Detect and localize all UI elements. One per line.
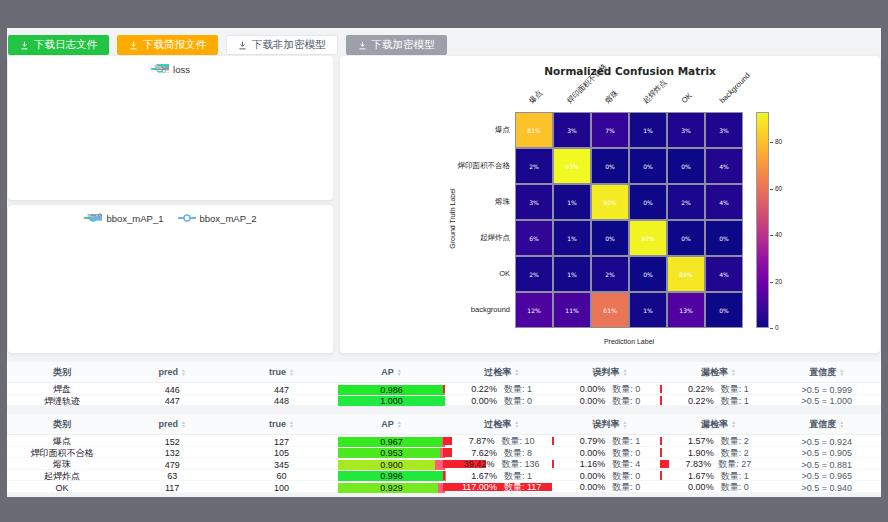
matrix-x-axis-label: Prediction Label bbox=[515, 338, 743, 345]
column-header-误判率[interactable]: 误判率▲▼ bbox=[556, 418, 664, 431]
download-icon bbox=[129, 41, 138, 50]
miss-rate-count: 数量: 1 bbox=[721, 395, 749, 408]
legend-bbox_mAP_1[interactable]: 00.20.40.60.81123456789101112bbox_mAP_1 bbox=[84, 213, 163, 224]
download-encrypted-model-button[interactable]: 下载加密模型 bbox=[346, 35, 447, 55]
matrix-cell-value: 3% bbox=[567, 127, 577, 134]
table-row: 焊盘4464470.9860.22%数量: 10.00%数量: 00.22%数量… bbox=[7, 383, 881, 395]
misjudge-rate-percent: 1.16% bbox=[580, 459, 606, 469]
column-header-置信度[interactable]: 置信度▲▼ bbox=[773, 418, 881, 431]
miss-rate-percent: 7.83% bbox=[686, 459, 712, 469]
loss-chart-card: 00.050.10.150.20.250.30.3512345678910111… bbox=[8, 56, 333, 200]
ap-value: 0.929 bbox=[338, 483, 446, 493]
button-label: 下载日志文件 bbox=[34, 38, 97, 52]
column-header-label: pred bbox=[158, 367, 178, 377]
matrix-cell: 1% bbox=[553, 220, 591, 256]
download-unencrypted-model-button[interactable]: 下载非加密模型 bbox=[226, 35, 338, 55]
matrix-cell-value: 1% bbox=[643, 307, 653, 314]
miss-rate-percent: 1.57% bbox=[688, 436, 714, 446]
true-cell: 448 bbox=[227, 395, 335, 408]
sort-icon[interactable]: ▲▼ bbox=[289, 368, 294, 376]
colorbar-tick-label: 60 bbox=[775, 185, 782, 192]
legend-marker-icon: 00.20.40.60.81123456789101112 bbox=[84, 213, 102, 223]
ap-value: 0.996 bbox=[338, 471, 446, 481]
column-header-类别: 类别 bbox=[7, 418, 117, 431]
matrix-y-axis-label: Ground Truth Label bbox=[449, 111, 456, 327]
matrix-cell-value: 0% bbox=[719, 235, 729, 242]
matrix-cell: 13% bbox=[667, 292, 705, 328]
metrics-table-1: 类别pred▲▼true▲▼AP▲▼过检率▲▼误判率▲▼漏检率▲▼置信度▲▼焊盘… bbox=[7, 362, 881, 406]
matrix-cell-value: 0% bbox=[681, 235, 691, 242]
colorbar-tick-label: 80 bbox=[775, 138, 782, 145]
matrix-cell-value: 92% bbox=[641, 235, 654, 242]
sort-icon[interactable]: ▲▼ bbox=[289, 420, 294, 428]
colorbar-tick bbox=[770, 235, 773, 236]
column-header-AP[interactable]: AP▲▼ bbox=[336, 367, 448, 377]
sort-icon[interactable]: ▲▼ bbox=[397, 420, 402, 428]
confidence-cell: >0.5 = 0.940 bbox=[773, 481, 881, 494]
misjudge-rate-bar bbox=[552, 460, 554, 469]
miss-rate-bar bbox=[660, 385, 662, 394]
column-header-过检率[interactable]: 过检率▲▼ bbox=[447, 418, 555, 431]
ap-cell: 1.000 bbox=[336, 395, 448, 408]
matrix-cell-value: 2% bbox=[605, 271, 615, 278]
sort-icon[interactable]: ▲▼ bbox=[731, 368, 736, 376]
class-name-cell: OK bbox=[7, 481, 117, 494]
column-header-label: true bbox=[269, 367, 286, 377]
ap-bar-track: 1.000 bbox=[338, 396, 446, 406]
colorbar-tick bbox=[770, 282, 773, 283]
sort-icon[interactable]: ▲▼ bbox=[514, 368, 519, 376]
matrix-cell: 4% bbox=[705, 148, 743, 184]
column-header-pred[interactable]: pred▲▼ bbox=[117, 367, 227, 377]
download-log-file-button[interactable]: 下载日志文件 bbox=[8, 35, 109, 55]
sort-icon[interactable]: ▲▼ bbox=[839, 368, 844, 376]
confidence-cell: >0.5 = 1.000 bbox=[773, 395, 881, 408]
table-header-row: 类别pred▲▼true▲▼AP▲▼过检率▲▼误判率▲▼漏检率▲▼置信度▲▼ bbox=[7, 414, 881, 435]
column-header-漏检率[interactable]: 漏检率▲▼ bbox=[664, 366, 772, 379]
matrix-colorbar bbox=[756, 112, 769, 328]
table-row: OK1171000.929117.00%数量: 1170.00%数量: 00.0… bbox=[7, 481, 881, 493]
column-header-label: AP bbox=[381, 367, 394, 377]
miss-rate-percent: 0.22% bbox=[688, 384, 714, 394]
matrix-cell-value: 1% bbox=[567, 235, 577, 242]
column-header-true[interactable]: true▲▼ bbox=[227, 419, 335, 429]
table-row: 焊印面积不合格1321050.9537.62%数量: 80.00%数量: 01.… bbox=[7, 447, 881, 459]
colorbar-tick bbox=[770, 328, 773, 329]
legend-label: loss bbox=[173, 64, 190, 75]
colorbar-tick-label: 20 bbox=[775, 278, 782, 285]
column-header-AP[interactable]: AP▲▼ bbox=[336, 419, 448, 429]
matrix-cell: 2% bbox=[515, 256, 553, 292]
matrix-cell: 6% bbox=[515, 220, 553, 256]
sort-icon[interactable]: ▲▼ bbox=[514, 420, 519, 428]
column-header-label: true bbox=[269, 419, 286, 429]
column-header-置信度[interactable]: 置信度▲▼ bbox=[773, 366, 881, 379]
colorbar-tick bbox=[770, 142, 773, 143]
column-header-true[interactable]: true▲▼ bbox=[227, 367, 335, 377]
sort-icon[interactable]: ▲▼ bbox=[623, 368, 628, 376]
column-header-pred[interactable]: pred▲▼ bbox=[117, 419, 227, 429]
sort-icon[interactable]: ▲▼ bbox=[623, 420, 628, 428]
miss-rate-text: 0.22%数量: 1 bbox=[688, 395, 749, 408]
map-chart-legend: 00.20.40.60.81123456789101112bbox_mAP_1b… bbox=[8, 205, 333, 225]
misjudge-rate-percent: 0.00% bbox=[580, 384, 606, 394]
download-report-file-button[interactable]: 下载简报文件 bbox=[117, 35, 218, 55]
misjudge-rate-percent: 0.00% bbox=[580, 448, 606, 458]
column-header-误判率[interactable]: 误判率▲▼ bbox=[556, 366, 664, 379]
matrix-row-label: 爆点 bbox=[340, 125, 510, 135]
over-detect-rate-cell: 117.00%数量: 117 bbox=[447, 481, 555, 494]
sort-icon[interactable]: ▲▼ bbox=[731, 420, 736, 428]
legend-loss[interactable]: 00.050.10.150.20.250.30.3512345678910111… bbox=[151, 64, 190, 75]
matrix-col-label: 爆点 bbox=[527, 88, 545, 106]
misjudge-rate-text: 0.00%数量: 0 bbox=[580, 395, 641, 408]
column-header-过检率[interactable]: 过检率▲▼ bbox=[447, 366, 555, 379]
table-row: 熔珠4793450.90039.42%数量: 1361.16%数量: 47.83… bbox=[7, 458, 881, 470]
matrix-cell-value: 1% bbox=[643, 127, 653, 134]
sort-icon[interactable]: ▲▼ bbox=[397, 368, 402, 376]
sort-icon[interactable]: ▲▼ bbox=[839, 420, 844, 428]
legend-bbox_mAP_2[interactable]: bbox_mAP_2 bbox=[178, 213, 257, 224]
over-detect-rate-count: 数量: 117 bbox=[504, 481, 541, 494]
sort-icon[interactable]: ▲▼ bbox=[181, 420, 186, 428]
column-header-label: 过检率 bbox=[484, 418, 511, 431]
over-detect-rate-percent: 117.00% bbox=[462, 482, 497, 492]
sort-icon[interactable]: ▲▼ bbox=[181, 368, 186, 376]
column-header-漏检率[interactable]: 漏检率▲▼ bbox=[664, 418, 772, 431]
